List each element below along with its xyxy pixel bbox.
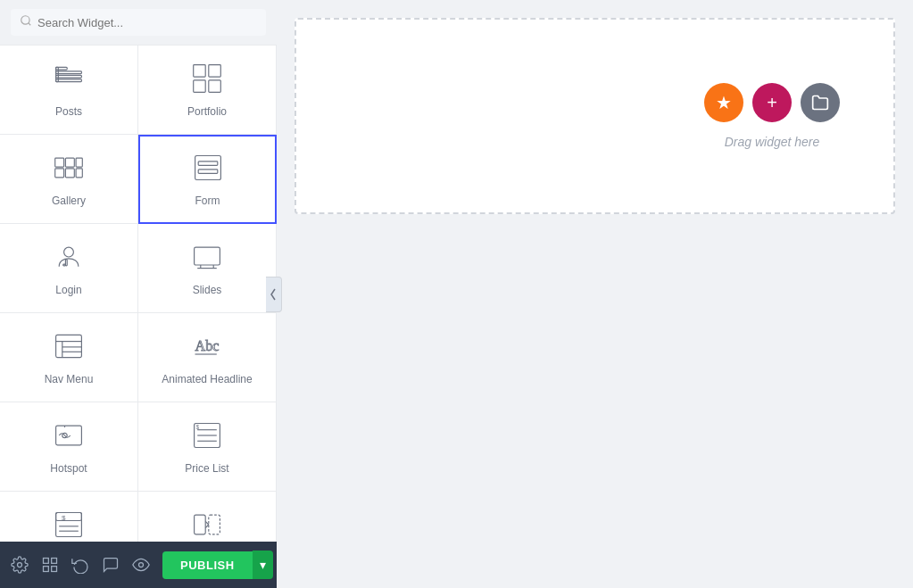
svg-rect-13 <box>76 158 82 167</box>
publish-button[interactable]: PUBLISH <box>162 551 253 579</box>
widget-item-animated-headline[interactable]: AbcAnimated Headline <box>138 313 277 402</box>
price-table-icon: $ <box>53 509 85 542</box>
widget-label-gallery: Gallery <box>52 195 86 207</box>
svg-rect-55 <box>52 567 57 572</box>
svg-rect-22 <box>63 264 66 266</box>
hotspot-icon <box>53 419 85 455</box>
content-row: PostsPortfolioGalleryFormLoginSlidesNav … <box>0 0 913 588</box>
login-icon <box>53 241 85 277</box>
svg-rect-14 <box>55 168 64 177</box>
svg-rect-27 <box>56 335 82 357</box>
left-panel-wrapper: PostsPortfolioGalleryFormLoginSlidesNav … <box>0 0 277 588</box>
undo-icon[interactable] <box>71 552 89 577</box>
widget-item-login[interactable]: Login <box>0 224 138 313</box>
gallery-icon <box>53 152 85 187</box>
widget-item-price-list[interactable]: $Price List <box>138 402 277 492</box>
widget-label-price-list: Price List <box>185 462 228 475</box>
svg-rect-43 <box>56 512 82 520</box>
widget-label-hotspot: Hotspot <box>50 462 87 475</box>
svg-rect-12 <box>65 158 74 167</box>
svg-rect-52 <box>44 559 49 564</box>
price-list-icon: $ <box>191 419 223 455</box>
svg-rect-10 <box>209 79 221 92</box>
bottom-toolbar: PUBLISH ▾ <box>0 542 277 588</box>
svg-rect-42 <box>56 512 82 536</box>
layout-icon[interactable] <box>41 552 59 577</box>
svg-rect-3 <box>56 70 82 73</box>
widget-label-slides: Slides <box>193 284 222 296</box>
svg-point-20 <box>64 247 74 257</box>
animated-headline-icon: Abc <box>191 330 223 366</box>
widget-item-form[interactable]: Form <box>138 135 277 224</box>
search-input-wrap[interactable] <box>11 9 266 36</box>
svg-line-1 <box>29 23 31 26</box>
svg-rect-8 <box>209 64 221 77</box>
widget-item-gallery[interactable]: Gallery <box>0 135 138 224</box>
collapse-handle[interactable] <box>266 277 282 312</box>
svg-rect-4 <box>56 75 82 78</box>
star-action-button[interactable]: ★ <box>704 83 743 122</box>
drag-hint-text: Drag widget here <box>725 135 820 149</box>
svg-rect-9 <box>194 79 206 92</box>
svg-rect-18 <box>198 161 218 166</box>
widget-item-hotspot[interactable]: Hotspot <box>0 402 138 492</box>
svg-point-0 <box>21 16 29 24</box>
widget-label-animated-headline: Animated Headline <box>162 373 252 385</box>
widget-item-portfolio[interactable]: Portfolio <box>138 46 277 135</box>
svg-rect-17 <box>195 156 220 180</box>
widget-label-posts: Posts <box>55 105 82 118</box>
search-bar <box>0 0 277 46</box>
svg-rect-5 <box>56 79 82 81</box>
widget-item-slides[interactable]: Slides <box>138 224 277 313</box>
svg-rect-53 <box>52 559 57 564</box>
svg-point-56 <box>139 563 144 567</box>
widget-item-nav-menu[interactable]: Nav Menu <box>0 313 138 402</box>
slides-icon <box>191 241 223 277</box>
svg-rect-7 <box>194 64 206 77</box>
nav-menu-icon <box>53 330 85 366</box>
publish-btn-wrap: PUBLISH ▾ <box>162 551 273 579</box>
widget-label-nav-menu: Nav Menu <box>45 373 94 385</box>
search-input[interactable] <box>37 16 257 29</box>
svg-rect-16 <box>76 168 82 177</box>
app-wrapper: PostsPortfolioGalleryFormLoginSlidesNav … <box>0 0 913 588</box>
svg-rect-48 <box>209 515 220 534</box>
folder-action-button[interactable] <box>801 83 840 122</box>
svg-rect-54 <box>44 567 49 572</box>
widget-label-login: Login <box>55 284 81 296</box>
posts-icon <box>53 62 85 98</box>
widget-item-posts[interactable]: Posts <box>0 46 138 135</box>
canvas-drop-zone[interactable]: ★ + Drag widget here <box>295 18 895 214</box>
svg-rect-47 <box>195 515 206 534</box>
svg-rect-23 <box>195 247 220 265</box>
widgets-grid: PostsPortfolioGalleryFormLoginSlidesNav … <box>0 46 277 542</box>
svg-text:Abc: Abc <box>195 338 220 354</box>
widget-item-flip-box[interactable]: Flip Box <box>138 492 277 542</box>
widget-item-price-table[interactable]: $Price Table <box>0 492 138 542</box>
widget-label-portfolio: Portfolio <box>187 105 227 118</box>
publish-arrow-button[interactable]: ▾ <box>253 551 273 579</box>
canvas-area: ★ + Drag widget here <box>277 0 913 588</box>
search-icon <box>20 14 32 30</box>
plus-action-button[interactable]: + <box>752 83 792 122</box>
portfolio-icon <box>191 62 223 98</box>
svg-text:$: $ <box>195 423 199 429</box>
form-icon <box>192 152 224 187</box>
widget-label-form: Form <box>195 195 220 207</box>
settings-icon[interactable] <box>11 552 29 577</box>
svg-rect-19 <box>198 170 218 174</box>
preview-icon[interactable] <box>132 552 150 577</box>
action-buttons-row: ★ + <box>704 83 840 122</box>
svg-rect-15 <box>65 168 74 177</box>
svg-rect-11 <box>55 158 64 167</box>
flip-box-icon <box>191 509 223 542</box>
comment-icon[interactable] <box>102 552 120 577</box>
svg-text:$: $ <box>62 513 66 521</box>
svg-point-51 <box>18 563 22 567</box>
drop-zone-actions: ★ + Drag widget here <box>704 83 840 149</box>
